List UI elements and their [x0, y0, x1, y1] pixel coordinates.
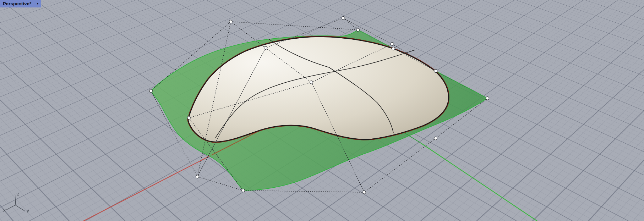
control-point-handle[interactable]: [229, 20, 233, 23]
axis-x-red-line: [83, 155, 212, 221]
control-point-handle[interactable]: [391, 43, 394, 46]
control-polygon-dashed-line: [243, 190, 364, 192]
control-polygon-dashed-line: [231, 22, 358, 30]
axis-gizmo: z x y: [3, 192, 29, 213]
viewport-title[interactable]: Perspective*: [0, 0, 34, 7]
gizmo-y-axis-line: [15, 205, 25, 211]
control-point-handle[interactable]: [187, 116, 191, 120]
gizmo-x-label: x: [3, 208, 6, 213]
scene-canvas[interactable]: z x y: [0, 0, 644, 221]
gizmo-y-label: y: [27, 208, 29, 213]
control-polygon-dashed-line: [343, 18, 358, 30]
gizmo-x-axis-line: [6, 205, 15, 210]
control-point-handle[interactable]: [434, 137, 437, 140]
control-point-handle[interactable]: [363, 191, 366, 194]
control-point-handle[interactable]: [342, 17, 345, 20]
viewport-menu-chevron-down-icon[interactable]: ▼: [34, 0, 41, 7]
control-point-handle[interactable]: [486, 97, 489, 100]
axis-y-green-line: [421, 143, 537, 221]
control-point-handle[interactable]: [392, 47, 395, 50]
control-point-handle[interactable]: [434, 70, 437, 73]
control-point-handle[interactable]: [264, 46, 267, 50]
control-point-handle[interactable]: [242, 189, 245, 192]
control-point-handle[interactable]: [149, 89, 153, 93]
control-point-handle[interactable]: [356, 28, 360, 32]
control-point-handle[interactable]: [196, 175, 199, 178]
viewport-title-tab[interactable]: Perspective* ▼: [0, 0, 41, 7]
control-point-handle[interactable]: [310, 81, 313, 84]
gizmo-z-label: z: [17, 192, 19, 197]
rhino-perspective-viewport: z x y Perspective* ▼: [0, 0, 644, 221]
gizmo-z-axis-line: [15, 195, 16, 205]
